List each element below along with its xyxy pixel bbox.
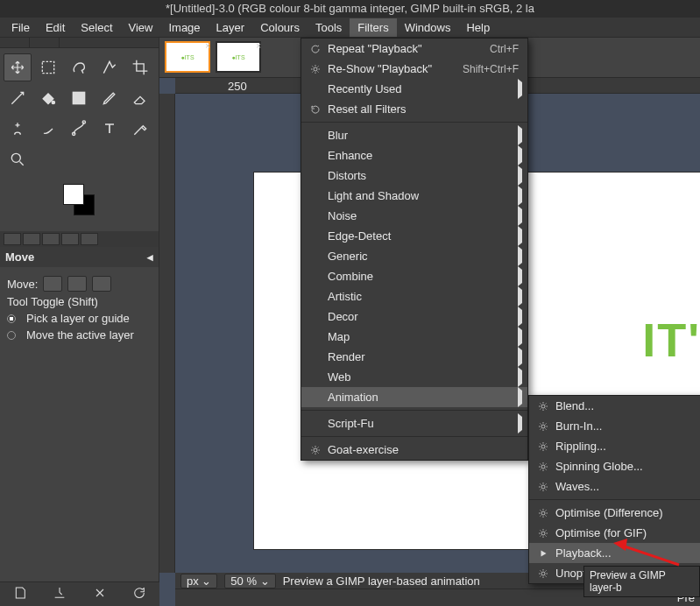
filters-item-goat-exercise[interactable]: Goat-exercise (301, 440, 527, 460)
animation-item-optimise-for-gif-[interactable]: Optimise (for GIF) (529, 523, 700, 543)
animation-item-spinning-globe-[interactable]: Spinning Globe... (529, 456, 700, 476)
vertical-ruler (159, 94, 175, 573)
radio-move-active[interactable]: Move the active layer (7, 328, 152, 342)
filters-item-noise[interactable]: Noise (301, 206, 527, 226)
menu-select[interactable]: Select (73, 18, 120, 37)
svg-point-10 (541, 445, 545, 448)
svg-point-8 (541, 405, 545, 408)
tooltip: Preview a GIMP layer-b (583, 566, 700, 597)
menu-help[interactable]: Help (458, 18, 498, 37)
svg-point-9 (541, 425, 545, 428)
text-tool[interactable] (95, 115, 124, 143)
fuzzy-select-tool[interactable] (95, 53, 124, 81)
toolbox (0, 48, 159, 179)
filters-item-artistic[interactable]: Artistic (301, 286, 527, 307)
menu-tools[interactable]: Tools (308, 18, 350, 37)
filters-item-web[interactable]: Web (301, 367, 527, 387)
clone-tool[interactable] (4, 115, 32, 143)
svg-point-16 (541, 572, 545, 575)
dock-tabs[interactable] (0, 38, 159, 48)
canvas-text-layer: IT'S F (642, 313, 700, 367)
move-tool[interactable] (4, 53, 32, 81)
filters-item-edge-detect[interactable]: Edge-Detect (301, 226, 527, 246)
svg-point-13 (541, 511, 545, 515)
filters-item-enhance[interactable]: Enhance (301, 145, 527, 166)
filters-item-light-and-shadow[interactable]: Light and Shadow (301, 186, 527, 206)
save-preset-icon[interactable] (13, 586, 27, 602)
menu-image[interactable]: Image (160, 18, 208, 37)
menu-layer[interactable]: Layer (209, 18, 253, 37)
left-panel: Move ◂ Move: Tool Toggle (Shift) Pick a … (0, 38, 159, 606)
color-picker-tool[interactable] (126, 115, 154, 143)
menu-view[interactable]: View (121, 18, 161, 37)
animation-item-rippling-[interactable]: Rippling... (529, 436, 700, 456)
unit-select[interactable]: px ⌄ (180, 574, 217, 588)
animation-item-burn-in-[interactable]: Burn-In... (529, 416, 700, 436)
svg-point-14 (541, 532, 545, 535)
window-titlebar: *[Untitled]-3.0 (RGB colour 8-bit gamma … (0, 0, 700, 18)
reset-preset-icon[interactable] (132, 586, 146, 602)
zoom-tool[interactable] (4, 145, 32, 173)
mode-layer-icon[interactable] (43, 276, 62, 292)
filters-item-reset-all-filters[interactable]: Reset all Filters (301, 99, 527, 119)
fg-bg-swatches[interactable] (58, 184, 102, 226)
filters-item-distorts[interactable]: Distorts (301, 166, 527, 186)
mode-sel-icon[interactable] (67, 276, 87, 292)
image-thumb-2[interactable]: ●ITS× (216, 41, 261, 73)
filters-item-blur[interactable]: Blur (301, 125, 527, 145)
filters-item-decor[interactable]: Decor (301, 307, 527, 327)
menu-filters[interactable]: Filters (350, 18, 396, 37)
delete-preset-icon[interactable] (93, 586, 107, 602)
filters-item-combine[interactable]: Combine (301, 266, 527, 286)
svg-rect-0 (42, 61, 53, 73)
menubar: FileEditSelectViewImageLayerColoursTools… (0, 18, 700, 38)
filters-item-script-fu[interactable]: Script-Fu (301, 413, 527, 433)
filters-item-re-show-playback-[interactable]: Re-Show "Playback"Shift+Ctrl+F (301, 59, 527, 79)
gradient-tool[interactable] (65, 84, 93, 112)
menu-edit[interactable]: Edit (38, 18, 73, 37)
radio-pick-layer[interactable]: Pick a layer or guide (7, 312, 152, 325)
pencil-tool[interactable] (95, 84, 124, 112)
close-icon[interactable]: × (256, 41, 261, 51)
svg-point-7 (314, 448, 317, 452)
filters-item-generic[interactable]: Generic (301, 246, 527, 266)
animation-item-playback-[interactable]: Playback... (529, 543, 700, 563)
filters-item-repeat-playback-[interactable]: Repeat "Playback"Ctrl+F (301, 39, 527, 59)
eraser-tool[interactable] (126, 84, 154, 112)
svg-point-12 (541, 485, 545, 489)
animation-item-optimise-difference-[interactable]: Optimise (Difference) (529, 503, 700, 523)
filters-item-render[interactable]: Render (301, 347, 527, 367)
svg-point-11 (541, 465, 545, 469)
menu-colours[interactable]: Colours (252, 18, 308, 37)
tool-options-body: Move: Tool Toggle (Shift) Pick a layer o… (0, 267, 159, 606)
dock-menu-icon[interactable]: ◂ (147, 250, 153, 264)
restore-preset-icon[interactable] (53, 586, 67, 602)
filters-item-animation[interactable]: Animation (301, 387, 527, 407)
rect-select-tool[interactable] (34, 53, 62, 81)
svg-marker-15 (541, 550, 547, 556)
path-tool[interactable] (65, 115, 93, 143)
menu-file[interactable]: File (4, 18, 38, 37)
zoom-select[interactable]: 50 % ⌄ (224, 574, 275, 588)
svg-point-5 (11, 153, 20, 162)
menu-windows[interactable]: Windows (397, 18, 459, 37)
close-icon[interactable]: × (205, 41, 210, 51)
smudge-tool[interactable] (34, 115, 62, 143)
animation-item-waves-[interactable]: Waves... (529, 476, 700, 497)
tool-options-title: Move ◂ (0, 247, 159, 267)
image-thumb-1[interactable]: ●ITS× (165, 41, 210, 73)
animation-submenu: Blend...Burn-In...Rippling...Spinning Gl… (528, 395, 700, 584)
svg-point-6 (314, 67, 317, 71)
svg-rect-2 (73, 92, 84, 103)
rotate-tool[interactable] (4, 84, 32, 112)
animation-item-blend-[interactable]: Blend... (529, 396, 700, 416)
dock-tab-icons[interactable] (0, 231, 159, 247)
filters-item-recently-used[interactable]: Recently Used (301, 79, 527, 99)
filters-item-map[interactable]: Map (301, 327, 527, 347)
filters-menu: Repeat "Playback"Ctrl+FRe-Show "Playback… (301, 38, 528, 461)
mode-path-icon[interactable] (92, 276, 111, 292)
svg-point-3 (73, 132, 75, 135)
crop-tool[interactable] (126, 53, 154, 81)
bucket-fill-tool[interactable] (34, 84, 62, 112)
free-select-tool[interactable] (65, 53, 93, 81)
